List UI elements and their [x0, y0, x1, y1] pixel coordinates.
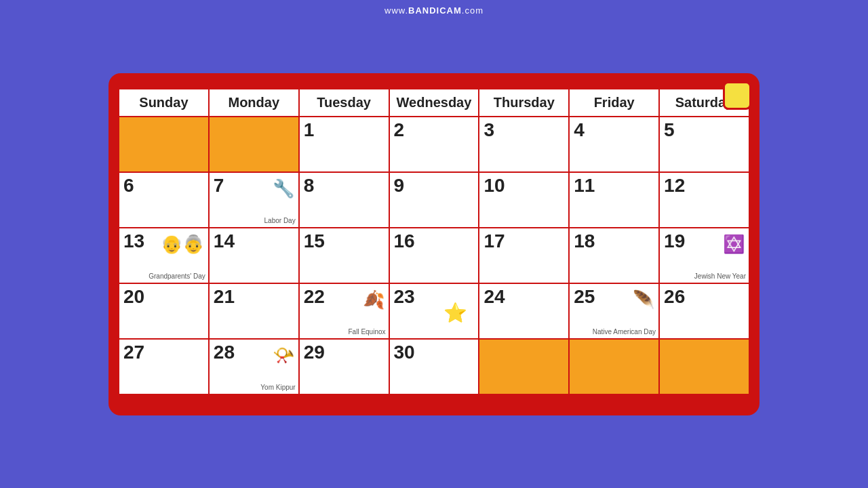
calendar-cell: 12: [659, 172, 749, 228]
calendar-cell: 13👴👵Grandparents' Day: [119, 228, 209, 283]
calendar-table: SundayMondayTuesdayWednesdayThursdayFrid…: [118, 88, 750, 395]
day-number: 27: [123, 342, 144, 363]
holiday-label: Fall Equinox: [349, 328, 386, 336]
calendar-cell: 25🪶Native American Day: [569, 283, 659, 339]
day-header-tuesday: Tuesday: [299, 89, 389, 117]
day-header-sunday: Sunday: [119, 89, 209, 117]
holiday-label: Yom Kippur: [260, 384, 295, 391]
day-number: 8: [304, 175, 315, 196]
day-header-wednesday: Wednesday: [389, 89, 479, 117]
day-number: 7: [214, 175, 224, 196]
calendar-cell: 11: [569, 172, 659, 228]
day-header-thursday: Thursday: [479, 89, 569, 117]
month-title: [118, 80, 750, 88]
holiday-label: Labor Day: [264, 217, 296, 224]
day-number: 6: [123, 175, 134, 196]
calendar-cell: 19✡️Jewish New Year: [659, 228, 749, 283]
calendar-cell: 20: [119, 283, 209, 339]
day-number: 10: [484, 175, 505, 196]
watermark: www.BANDICAM.com: [384, 5, 484, 16]
holiday-icon: 🔧: [273, 178, 294, 199]
day-number: 21: [214, 286, 235, 307]
day-number: 30: [394, 342, 415, 363]
day-number: 13: [123, 230, 144, 251]
day-number: 20: [123, 286, 144, 307]
calendar-cell: 8: [299, 172, 389, 228]
day-number: 19: [664, 230, 685, 251]
calendar-cell: 28📯Yom Kippur: [209, 339, 299, 394]
day-number: 14: [214, 230, 235, 251]
calendar-cell: 29: [299, 339, 389, 394]
day-number: 2: [394, 119, 405, 140]
holiday-label: Grandparents' Day: [149, 272, 205, 280]
calendar-cell: 10: [479, 172, 569, 228]
calendar-cell: 21: [209, 283, 299, 339]
calendar-cell: 2: [389, 117, 479, 172]
holiday-icon: ✡️: [723, 234, 745, 255]
calendar-window: SundayMondayTuesdayWednesdayThursdayFrid…: [108, 73, 760, 415]
day-number: 26: [664, 286, 685, 307]
day-number: 4: [574, 119, 585, 140]
calendar-cell: [119, 117, 209, 172]
day-number: 29: [304, 342, 325, 363]
day-number: 5: [664, 119, 675, 140]
calendar-cell: 16: [389, 228, 479, 283]
calendar-cell: 17: [479, 228, 569, 283]
day-header-monday: Monday: [209, 89, 299, 117]
calendar-cell: 24: [479, 283, 569, 339]
day-number: 22: [304, 286, 325, 307]
calendar-cell: 5: [659, 117, 749, 172]
calendar-cell: 27: [119, 339, 209, 394]
star-icon: ⭐: [443, 302, 467, 324]
day-number: 12: [664, 175, 685, 196]
day-header-friday: Friday: [569, 89, 659, 117]
holiday-icon: 🍂: [363, 289, 384, 310]
calendar-cell: 18: [569, 228, 659, 283]
holiday-label: Native American Day: [593, 328, 656, 336]
day-number: 1: [304, 119, 315, 140]
day-number: 18: [574, 230, 595, 251]
calendar-cell: 26: [659, 283, 749, 339]
calendar-cell: 3: [479, 117, 569, 172]
calendar-cell: 1: [299, 117, 389, 172]
close-button[interactable]: [723, 81, 751, 110]
day-number: 9: [394, 175, 405, 196]
day-number: 16: [394, 230, 415, 251]
day-number: 23: [394, 286, 415, 307]
calendar-cell: 9: [389, 172, 479, 228]
calendar-cell: [659, 339, 749, 394]
calendar-cell: [209, 117, 299, 172]
calendar-cell: 22🍂Fall Equinox: [299, 283, 389, 339]
calendar-cell: 6: [119, 172, 209, 228]
day-number: 24: [484, 286, 505, 307]
holiday-icon: 👴👵: [161, 234, 204, 255]
calendar-cell: 23⭐: [389, 283, 479, 339]
day-number: 15: [304, 230, 325, 251]
day-number: 11: [574, 175, 595, 196]
day-number: 25: [574, 286, 595, 307]
holiday-icon: 🪶: [633, 289, 654, 310]
holiday-label: Jewish New Year: [694, 272, 746, 280]
calendar-cell: [569, 339, 659, 394]
calendar-cell: 7🔧Labor Day: [209, 172, 299, 228]
calendar-cell: 15: [299, 228, 389, 283]
calendar-cell: [479, 339, 569, 394]
calendar-cell: 14: [209, 228, 299, 283]
day-number: 17: [484, 230, 505, 251]
calendar-cell: 4: [569, 117, 659, 172]
day-number: 28: [214, 342, 235, 363]
day-number: 3: [484, 119, 494, 140]
calendar-cell: 30: [389, 339, 479, 394]
holiday-icon: 📯: [273, 345, 294, 366]
